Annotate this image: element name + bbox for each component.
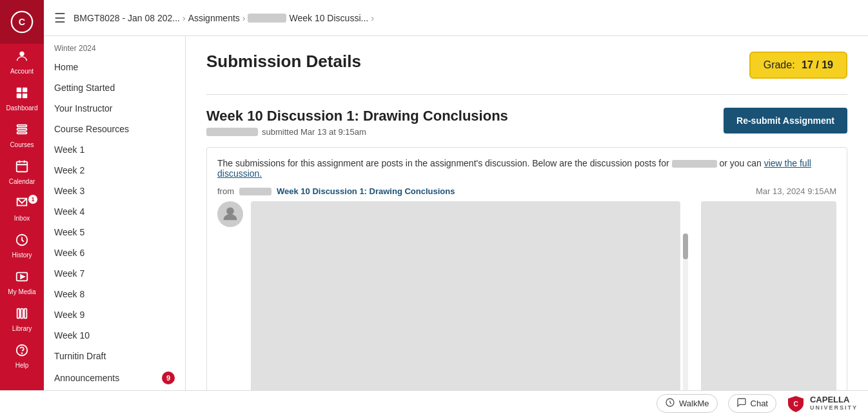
sidebar-item-courses-label: Courses: [10, 141, 34, 149]
sidebar-item-account-label: Account: [10, 68, 34, 75]
post-from-label: from: [217, 186, 234, 196]
nav-item-course-resources[interactable]: Course Resources: [44, 119, 185, 139]
post-body-content: [251, 201, 680, 390]
discussion-panel: The submissions for this assignment are …: [206, 147, 847, 390]
svg-rect-5: [17, 94, 21, 98]
discussion-text-2: or you can: [719, 158, 761, 168]
breadcrumb-blurred: [248, 14, 286, 23]
sidebar-item-library-label: Library: [12, 325, 32, 333]
nav-item-week-8[interactable]: Week 8: [44, 284, 185, 304]
nav-item-your-instructor[interactable]: Your Instructor: [44, 98, 185, 119]
divider: [206, 94, 847, 95]
scrollbar-thumb[interactable]: [683, 233, 688, 259]
chat-label: Chat: [751, 399, 768, 408]
nav-item-week-7[interactable]: Week 7: [44, 263, 185, 284]
library-icon: [15, 306, 29, 324]
breadcrumb-discussion: Week 10 Discussi...: [289, 13, 368, 23]
post-main-area: [217, 201, 680, 390]
student-name-blurred: [672, 160, 717, 168]
nav-item-week-5[interactable]: Week 5: [44, 222, 185, 243]
announcements-label: Announcements: [54, 373, 119, 383]
sidebar-item-my-media[interactable]: My Media: [0, 264, 44, 301]
sidebar-logo[interactable]: C: [0, 0, 44, 44]
nav-item-home[interactable]: Home: [44, 57, 185, 77]
breadcrumb-course[interactable]: BMGT8028 - Jan 08 202...: [74, 13, 180, 23]
nav-item-week-10[interactable]: Week 10: [44, 325, 185, 346]
main-content: Submission Details Grade: 17 / 19 Week 1…: [186, 36, 868, 390]
chat-icon: [736, 397, 747, 410]
sidebar-item-inbox[interactable]: 1 Inbox: [0, 191, 44, 228]
sidebar-item-help-label: Help: [15, 362, 29, 370]
svg-rect-10: [17, 162, 28, 172]
secondary-nav: Winter 2024 Home Getting Started Your In…: [44, 36, 186, 390]
help-icon: [15, 343, 29, 361]
svg-rect-14: [17, 309, 20, 319]
nav-item-getting-started[interactable]: Getting Started: [44, 77, 185, 98]
history-icon: [15, 233, 29, 250]
grade-badge: Grade: 17 / 19: [749, 52, 847, 79]
nav-item-week-9[interactable]: Week 9: [44, 304, 185, 325]
sidebar-item-calendar[interactable]: Calendar: [0, 154, 44, 191]
svg-rect-3: [17, 88, 21, 92]
breadcrumb: BMGT8028 - Jan 08 202... › Assignments ›…: [74, 13, 374, 23]
svg-point-18: [22, 353, 23, 353]
breadcrumb-sep-2: ›: [242, 13, 246, 23]
sidebar-item-dashboard[interactable]: Dashboard: [0, 81, 44, 117]
post-row: from Week 10 Discussion 1: Drawing Concl…: [217, 186, 836, 196]
menu-icon[interactable]: ☰: [54, 10, 66, 26]
sidebar-item-history[interactable]: History: [0, 228, 44, 264]
scrollbar-track[interactable]: [683, 233, 688, 390]
nav-item-announcements[interactable]: Announcements 9: [44, 366, 185, 390]
sidebar-item-dashboard-label: Dashboard: [6, 104, 38, 112]
breadcrumb-assignments[interactable]: Assignments: [188, 13, 240, 23]
nav-item-week-1[interactable]: Week 1: [44, 139, 185, 160]
svg-rect-7: [17, 125, 27, 127]
discussion-intro-text: The submissions for this assignment are …: [217, 158, 836, 179]
svg-point-19: [226, 208, 234, 215]
capella-logo: C CAPELLA UNIVERSITY: [787, 395, 858, 413]
nav-item-week-3[interactable]: Week 3: [44, 181, 185, 201]
svg-text:C: C: [19, 17, 25, 27]
submission-header: Submission Details Grade: 17 / 19: [206, 52, 847, 79]
svg-rect-15: [21, 309, 23, 319]
assignment-info: Week 10 Discussion 1: Drawing Conclusion…: [206, 108, 508, 137]
sidebar-item-account[interactable]: Account: [0, 44, 44, 81]
grade-value: 17 / 19: [802, 59, 833, 70]
discussion-text-1: The submissions for this assignment are …: [217, 158, 669, 168]
nav-item-week-4[interactable]: Week 4: [44, 201, 185, 222]
dashboard-icon: [15, 86, 29, 103]
walkme-icon: [665, 397, 675, 410]
breadcrumb-sep-3: ›: [371, 13, 374, 23]
sidebar-item-help[interactable]: Help: [0, 338, 44, 375]
resubmit-button[interactable]: Re-submit Assignment: [724, 108, 847, 134]
walkme-button[interactable]: WalkMe: [656, 394, 717, 413]
page-title: Submission Details: [206, 52, 361, 72]
nav-item-week-2[interactable]: Week 2: [44, 160, 185, 181]
post-date: Mar 13, 2024 9:15AM: [756, 186, 836, 196]
nav-item-turnitin-draft[interactable]: Turnitin Draft: [44, 346, 185, 366]
calendar-icon: [15, 159, 29, 177]
inbox-badge: 1: [28, 195, 37, 204]
sidebar-item-library[interactable]: Library: [0, 301, 44, 338]
my-media-icon: [15, 270, 29, 287]
svg-point-2: [19, 52, 24, 56]
svg-rect-16: [25, 309, 27, 319]
submitter-name-blurred: [206, 128, 258, 136]
sidebar-item-courses[interactable]: Courses: [0, 117, 44, 154]
post-discussion-link[interactable]: Week 10 Discussion 1: Drawing Conclusion…: [277, 186, 455, 196]
announcements-badge: 9: [162, 371, 175, 384]
assignment-header: Week 10 Discussion 1: Drawing Conclusion…: [206, 108, 847, 137]
post-author-blurred: [239, 188, 271, 195]
svg-marker-13: [21, 275, 25, 279]
svg-rect-4: [23, 88, 27, 92]
svg-text:C: C: [793, 401, 798, 408]
nav-item-week-6[interactable]: Week 6: [44, 243, 185, 263]
assignment-title: Week 10 Discussion 1: Drawing Conclusion…: [206, 108, 508, 124]
courses-icon: [15, 123, 29, 140]
chat-button[interactable]: Chat: [728, 394, 776, 413]
topbar: ☰ BMGT8028 - Jan 08 202... › Assignments…: [44, 0, 868, 36]
submitted-text: submitted Mar 13 at 9:15am: [262, 127, 366, 137]
inbox-icon: [15, 196, 29, 213]
term-label: Winter 2024: [44, 36, 185, 57]
grade-label: Grade:: [764, 59, 795, 70]
